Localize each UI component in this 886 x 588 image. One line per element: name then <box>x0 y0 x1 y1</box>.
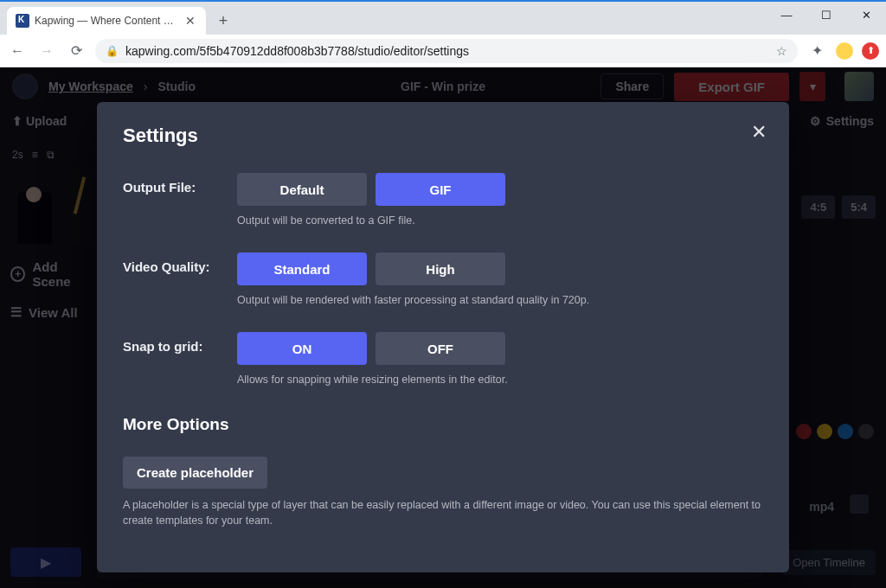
nav-forward-button[interactable]: → <box>36 41 57 61</box>
modal-close-button[interactable]: ✕ <box>746 119 772 145</box>
extension-red-icon[interactable]: ⬆ <box>862 42 879 60</box>
tab-close-icon[interactable]: ✕ <box>183 14 197 28</box>
url-text: kapwing.com/5f5b470912dd8f008b3b7788/stu… <box>125 44 469 58</box>
snap-label: Snap to grid: <box>123 332 237 386</box>
favicon-icon <box>16 14 29 28</box>
address-bar[interactable]: 🔒 kapwing.com/5f5b470912dd8f008b3b7788/s… <box>95 39 798 63</box>
browser-toolbar: ← → ⟳ 🔒 kapwing.com/5f5b470912dd8f008b3b… <box>0 35 886 67</box>
window-controls: — ☐ ✕ <box>767 2 886 28</box>
browser-tab[interactable]: Kapwing — Where Content Crea ✕ <box>7 7 206 35</box>
video-quality-label: Video Quality: <box>123 252 237 306</box>
tab-title: Kapwing — Where Content Crea <box>35 15 178 27</box>
bookmark-star-icon[interactable]: ☆ <box>776 44 787 58</box>
nav-reload-button[interactable]: ⟳ <box>66 41 87 61</box>
create-placeholder-description: A placeholder is a special type of layer… <box>123 497 763 528</box>
extension-yellow-icon[interactable] <box>836 42 853 60</box>
video-quality-row: Video Quality: Standard High Output will… <box>123 252 763 306</box>
lock-icon: 🔒 <box>106 45 119 57</box>
snap-on-button[interactable]: ON <box>237 332 367 365</box>
extensions-icon[interactable]: ✦ <box>806 41 827 61</box>
create-placeholder-button[interactable]: Create placeholder <box>123 457 267 489</box>
window-minimize-button[interactable]: — <box>767 2 806 28</box>
window-titlebar: Kapwing — Where Content Crea ✕ + — ☐ ✕ <box>0 0 886 35</box>
snap-hint: Allows for snapping while resizing eleme… <box>237 374 763 386</box>
nav-back-button[interactable]: ← <box>7 41 28 61</box>
output-file-row: Output File: Default GIF Output will be … <box>123 173 763 227</box>
quality-standard-button[interactable]: Standard <box>237 252 367 285</box>
quality-high-button[interactable]: High <box>376 252 505 285</box>
settings-modal: Settings ✕ Output File: Default GIF Outp… <box>97 102 789 572</box>
output-default-button[interactable]: Default <box>237 173 367 206</box>
output-file-label: Output File: <box>123 173 237 227</box>
output-file-hint: Output will be converted to a GIF file. <box>237 214 763 227</box>
video-quality-hint: Output will be rendered with faster proc… <box>237 294 763 306</box>
video-quality-segment: Standard High <box>237 252 763 285</box>
modal-title: Settings <box>123 125 763 147</box>
output-file-segment: Default GIF <box>237 173 763 206</box>
snap-segment: ON OFF <box>237 332 763 365</box>
window-close-button[interactable]: ✕ <box>846 2 886 28</box>
snap-off-button[interactable]: OFF <box>376 332 505 365</box>
window-maximize-button[interactable]: ☐ <box>806 2 846 28</box>
app-root: My Workspace › Studio GIF - Win prize Sh… <box>0 67 886 588</box>
snap-row: Snap to grid: ON OFF Allows for snapping… <box>123 332 763 386</box>
more-options-heading: More Options <box>123 415 763 434</box>
output-gif-button[interactable]: GIF <box>376 173 505 206</box>
new-tab-button[interactable]: + <box>211 9 235 33</box>
